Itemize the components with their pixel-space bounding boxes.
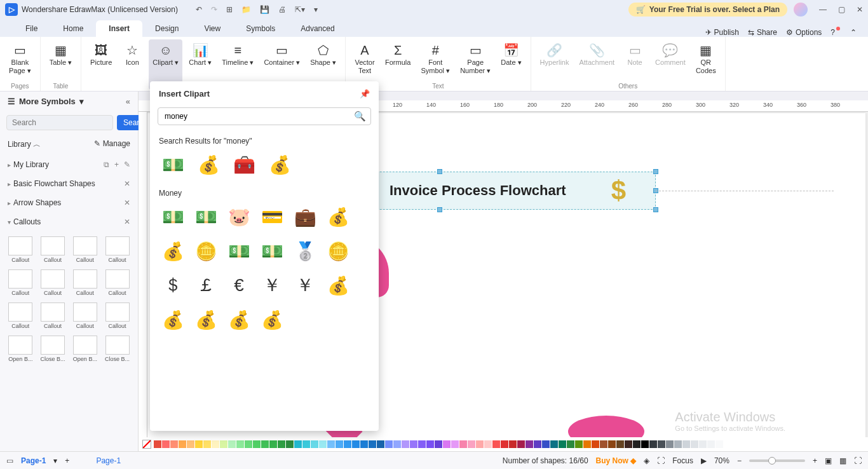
color-swatch[interactable] — [476, 440, 484, 448]
formula-button[interactable]: ΣFormula — [381, 39, 414, 81]
view-mode-1-icon[interactable]: ▣ — [825, 456, 832, 465]
color-swatch[interactable] — [402, 440, 409, 448]
color-swatch[interactable] — [691, 440, 698, 448]
blank-page--button[interactable]: ▭BlankPage ▾ — [5, 39, 35, 81]
color-swatch[interactable] — [592, 440, 599, 448]
table--button[interactable]: ▦Table ▾ — [46, 39, 76, 81]
more-icon[interactable]: ▾ — [314, 5, 318, 14]
color-swatch[interactable] — [352, 440, 360, 448]
color-swatch[interactable] — [187, 440, 194, 448]
clipart-item[interactable]: 💰 — [266, 151, 294, 179]
clipart-item[interactable]: 💳 — [258, 203, 286, 231]
color-swatch[interactable] — [682, 440, 690, 448]
undo-icon[interactable]: ↶ — [196, 5, 202, 14]
shape-item[interactable]: Callout — [5, 300, 36, 332]
color-swatch[interactable] — [253, 440, 261, 448]
maximize-icon[interactable]: ▢ — [838, 5, 845, 14]
layers-icon[interactable]: ◈ — [644, 456, 649, 465]
clipart-item[interactable]: 💰 — [192, 306, 220, 334]
clipart-item[interactable]: 🥈 — [291, 237, 319, 265]
collapse-ribbon-icon[interactable]: ⌃ — [850, 28, 857, 37]
shape-item[interactable]: Callout — [37, 267, 69, 299]
minimize-icon[interactable]: — — [819, 5, 827, 14]
color-bar[interactable] — [139, 437, 868, 451]
section-arrow-shapes[interactable]: ▸Arrow Shapes✕ — [0, 193, 138, 212]
clipart-item[interactable]: 💰 — [194, 151, 222, 179]
color-swatch[interactable] — [451, 440, 459, 448]
symbol-search-input[interactable] — [6, 115, 113, 130]
color-swatch[interactable] — [360, 440, 368, 448]
color-swatch[interactable] — [170, 440, 178, 448]
add-page-icon[interactable]: + — [65, 456, 69, 465]
color-swatch[interactable] — [220, 440, 227, 448]
page-tab-1[interactable]: Page-1 — [21, 456, 46, 465]
fit-icon[interactable]: ⛶ — [657, 456, 665, 465]
shape-item[interactable]: Callout — [37, 300, 69, 332]
redo-icon[interactable]: ↷ — [211, 5, 217, 14]
color-swatch[interactable] — [616, 440, 624, 448]
clipart-item[interactable]: 🪙 — [324, 237, 352, 265]
zoom-out-icon[interactable]: − — [737, 456, 742, 465]
clipart-item[interactable]: 💰 — [258, 306, 286, 334]
clipart-item[interactable]: 💼 — [291, 203, 319, 231]
tab-design[interactable]: Design — [142, 20, 191, 37]
picture-button[interactable]: 🖼Picture — [86, 39, 116, 90]
shape-item[interactable]: Callout — [5, 234, 36, 266]
color-swatch[interactable] — [468, 440, 475, 448]
clipart-item[interactable]: 💰 — [159, 306, 187, 334]
clipart-item[interactable]: 💰 — [159, 237, 187, 265]
clipart-item[interactable]: ￥ — [258, 271, 286, 299]
color-swatch[interactable] — [641, 440, 649, 448]
color-swatch[interactable] — [534, 440, 541, 448]
page-name[interactable]: Page-1 — [96, 456, 121, 465]
color-swatch[interactable] — [633, 440, 641, 448]
color-swatch[interactable] — [526, 440, 533, 448]
color-swatch[interactable] — [278, 440, 285, 448]
shape-item[interactable]: Callout — [70, 267, 101, 299]
color-swatch[interactable] — [154, 440, 161, 448]
color-swatch[interactable] — [625, 440, 632, 448]
section-basic-flowchart-shapes[interactable]: ▸Basic Flowchart Shapes✕ — [0, 174, 138, 193]
date--button[interactable]: 📅Date ▾ — [497, 39, 525, 81]
color-swatch[interactable] — [567, 440, 574, 448]
clipart-item[interactable]: 💵 — [258, 237, 286, 265]
color-swatch[interactable] — [550, 440, 558, 448]
color-swatch[interactable] — [344, 440, 351, 448]
color-swatch[interactable] — [608, 440, 616, 448]
shape-item[interactable]: Callout — [102, 300, 133, 332]
focus-label[interactable]: Focus — [672, 456, 693, 465]
clipart-item[interactable]: 🐷 — [225, 203, 253, 231]
close-icon[interactable]: ✕ — [857, 5, 863, 14]
color-swatch[interactable] — [575, 440, 583, 448]
collapse-panel-icon[interactable]: « — [126, 97, 130, 106]
color-swatch[interactable] — [261, 440, 269, 448]
color-swatch[interactable] — [418, 440, 426, 448]
options-button[interactable]: ⚙ Options — [786, 28, 822, 37]
color-swatch[interactable] — [542, 440, 550, 448]
tab-advanced[interactable]: Advanced — [288, 20, 347, 37]
color-swatch[interactable] — [385, 440, 393, 448]
color-swatch[interactable] — [658, 440, 665, 448]
color-swatch[interactable] — [212, 440, 219, 448]
tab-view[interactable]: View — [191, 20, 233, 37]
zoom-in-icon[interactable]: + — [813, 456, 817, 465]
vector-text-button[interactable]: AVectorText — [351, 39, 379, 81]
tab-symbols[interactable]: Symbols — [233, 20, 288, 37]
open-icon[interactable]: 📁 — [241, 5, 251, 14]
color-swatch[interactable] — [179, 440, 186, 448]
print-icon[interactable]: 🖨 — [278, 5, 286, 14]
clipart-search-input[interactable] — [158, 107, 371, 125]
shape-item[interactable]: Callout — [37, 234, 69, 266]
color-swatch[interactable] — [195, 440, 203, 448]
clipart-item[interactable]: 💵 — [159, 151, 187, 179]
user-avatar[interactable] — [794, 3, 808, 17]
clipart-item[interactable]: 🧰 — [230, 151, 258, 179]
publish-button[interactable]: ✈ Publish — [705, 28, 739, 37]
color-swatch[interactable] — [236, 440, 244, 448]
shape-item[interactable]: Callout — [102, 267, 133, 299]
color-swatch[interactable] — [559, 440, 566, 448]
clipart-item[interactable]: 💵 — [159, 203, 187, 231]
clipart-item[interactable]: € — [225, 271, 253, 299]
color-swatch[interactable] — [699, 440, 707, 448]
clipart-item[interactable]: ￡ — [192, 271, 220, 299]
